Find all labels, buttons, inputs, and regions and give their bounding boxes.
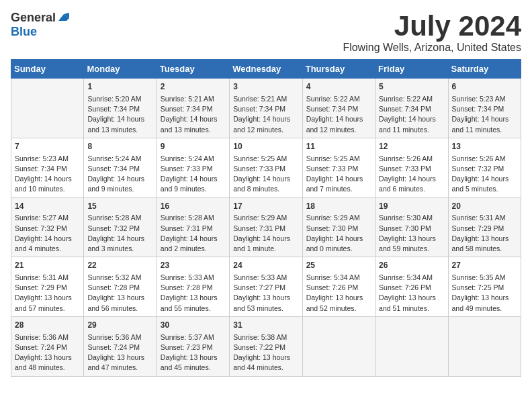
day-number: 24 [233,260,298,271]
day-number: 31 [233,320,298,331]
calendar-cell: 12Sunrise: 5:26 AM Sunset: 7:33 PM Dayli… [375,138,448,197]
day-number: 6 [452,81,517,93]
day-info: Sunrise: 5:20 AM Sunset: 7:34 PM Dayligh… [87,94,152,135]
day-header-friday: Friday [375,60,448,79]
month-title: July 2024 [343,11,521,42]
day-info: Sunrise: 5:37 AM Sunset: 7:23 PM Dayligh… [161,332,226,373]
calendar-cell: 26Sunrise: 5:34 AM Sunset: 7:26 PM Dayli… [375,257,448,317]
day-number: 1 [87,81,152,93]
calendar-cell: 3Sunrise: 5:21 AM Sunset: 7:34 PM Daylig… [230,79,302,138]
day-number: 21 [15,260,80,271]
calendar-cell: 31Sunrise: 5:38 AM Sunset: 7:22 PM Dayli… [230,316,302,376]
day-info: Sunrise: 5:34 AM Sunset: 7:26 PM Dayligh… [379,273,444,314]
calendar-cell: 19Sunrise: 5:30 AM Sunset: 7:30 PM Dayli… [375,197,448,257]
calendar-cell [302,316,375,376]
calendar-cell [11,79,84,138]
logo-blue-text: Blue [11,25,37,39]
calendar-cell: 11Sunrise: 5:25 AM Sunset: 7:33 PM Dayli… [302,138,375,197]
calendar-cell: 23Sunrise: 5:33 AM Sunset: 7:28 PM Dayli… [157,257,229,317]
day-info: Sunrise: 5:36 AM Sunset: 7:24 PM Dayligh… [87,332,152,373]
day-number: 22 [87,260,152,271]
day-number: 19 [379,201,444,212]
day-number: 25 [306,260,371,271]
day-header-sunday: Sunday [11,60,84,79]
calendar-week-row: 1Sunrise: 5:20 AM Sunset: 7:34 PM Daylig… [11,79,521,138]
day-header-wednesday: Wednesday [230,60,302,79]
calendar-cell: 16Sunrise: 5:28 AM Sunset: 7:31 PM Dayli… [157,197,229,257]
day-number: 12 [379,141,444,152]
header: General Blue July 2024 Flowing Wells, Ar… [11,11,521,54]
day-info: Sunrise: 5:25 AM Sunset: 7:33 PM Dayligh… [306,154,371,195]
day-header-saturday: Saturday [448,60,521,79]
calendar-cell: 10Sunrise: 5:25 AM Sunset: 7:33 PM Dayli… [230,138,302,197]
calendar-cell: 8Sunrise: 5:24 AM Sunset: 7:34 PM Daylig… [84,138,157,197]
day-number: 29 [87,320,152,331]
calendar-week-row: 7Sunrise: 5:23 AM Sunset: 7:34 PM Daylig… [11,138,521,197]
calendar-cell: 7Sunrise: 5:23 AM Sunset: 7:34 PM Daylig… [11,138,84,197]
day-number: 5 [379,81,444,93]
day-number: 23 [161,260,226,271]
day-info: Sunrise: 5:23 AM Sunset: 7:34 PM Dayligh… [452,94,517,135]
day-number: 11 [306,141,371,152]
calendar-cell: 18Sunrise: 5:29 AM Sunset: 7:30 PM Dayli… [302,197,375,257]
day-info: Sunrise: 5:29 AM Sunset: 7:31 PM Dayligh… [233,213,298,254]
calendar-week-row: 14Sunrise: 5:27 AM Sunset: 7:32 PM Dayli… [11,197,521,257]
day-number: 26 [379,260,444,271]
calendar-cell: 6Sunrise: 5:23 AM Sunset: 7:34 PM Daylig… [448,79,521,138]
calendar-cell: 27Sunrise: 5:35 AM Sunset: 7:25 PM Dayli… [448,257,521,317]
day-number: 28 [15,320,80,331]
day-number: 2 [161,81,226,93]
day-info: Sunrise: 5:23 AM Sunset: 7:34 PM Dayligh… [15,154,80,195]
day-number: 18 [306,201,371,212]
day-info: Sunrise: 5:27 AM Sunset: 7:32 PM Dayligh… [15,213,80,254]
day-number: 7 [15,141,80,152]
calendar-cell: 13Sunrise: 5:26 AM Sunset: 7:32 PM Dayli… [448,138,521,197]
calendar-cell: 4Sunrise: 5:22 AM Sunset: 7:34 PM Daylig… [302,79,375,138]
calendar-week-row: 28Sunrise: 5:36 AM Sunset: 7:24 PM Dayli… [11,316,521,376]
day-info: Sunrise: 5:28 AM Sunset: 7:31 PM Dayligh… [161,213,226,254]
day-info: Sunrise: 5:28 AM Sunset: 7:32 PM Dayligh… [87,213,152,254]
calendar-cell [375,316,448,376]
day-number: 27 [452,260,517,271]
calendar-cell: 20Sunrise: 5:31 AM Sunset: 7:29 PM Dayli… [448,197,521,257]
title-area: July 2024 Flowing Wells, Arizona, United… [343,11,521,54]
calendar-cell: 17Sunrise: 5:29 AM Sunset: 7:31 PM Dayli… [230,197,302,257]
calendar-cell: 9Sunrise: 5:24 AM Sunset: 7:33 PM Daylig… [157,138,229,197]
day-info: Sunrise: 5:22 AM Sunset: 7:34 PM Dayligh… [306,94,371,135]
day-info: Sunrise: 5:31 AM Sunset: 7:29 PM Dayligh… [15,273,80,314]
day-number: 10 [233,141,298,152]
day-number: 30 [161,320,226,331]
day-info: Sunrise: 5:26 AM Sunset: 7:32 PM Dayligh… [452,154,517,195]
day-info: Sunrise: 5:32 AM Sunset: 7:28 PM Dayligh… [87,273,152,314]
day-info: Sunrise: 5:30 AM Sunset: 7:30 PM Dayligh… [379,213,444,254]
calendar-cell: 30Sunrise: 5:37 AM Sunset: 7:23 PM Dayli… [157,316,229,376]
calendar-cell: 24Sunrise: 5:33 AM Sunset: 7:27 PM Dayli… [230,257,302,317]
calendar-cell: 29Sunrise: 5:36 AM Sunset: 7:24 PM Dayli… [84,316,157,376]
day-info: Sunrise: 5:21 AM Sunset: 7:34 PM Dayligh… [161,94,226,135]
day-info: Sunrise: 5:24 AM Sunset: 7:34 PM Dayligh… [87,154,152,195]
day-number: 17 [233,201,298,212]
day-number: 14 [15,201,80,212]
day-number: 9 [161,141,226,152]
day-info: Sunrise: 5:33 AM Sunset: 7:28 PM Dayligh… [161,273,226,314]
logo-bird-icon [57,11,69,24]
day-header-tuesday: Tuesday [157,60,229,79]
calendar-cell: 22Sunrise: 5:32 AM Sunset: 7:28 PM Dayli… [84,257,157,317]
day-info: Sunrise: 5:38 AM Sunset: 7:22 PM Dayligh… [233,332,298,373]
calendar-cell: 15Sunrise: 5:28 AM Sunset: 7:32 PM Dayli… [84,197,157,257]
day-info: Sunrise: 5:36 AM Sunset: 7:24 PM Dayligh… [15,332,80,373]
day-number: 16 [161,201,226,212]
day-info: Sunrise: 5:29 AM Sunset: 7:30 PM Dayligh… [306,213,371,254]
calendar-cell: 21Sunrise: 5:31 AM Sunset: 7:29 PM Dayli… [11,257,84,317]
logo: General Blue [11,11,69,39]
calendar-week-row: 21Sunrise: 5:31 AM Sunset: 7:29 PM Dayli… [11,257,521,317]
day-info: Sunrise: 5:21 AM Sunset: 7:34 PM Dayligh… [233,94,298,135]
day-info: Sunrise: 5:33 AM Sunset: 7:27 PM Dayligh… [233,273,298,314]
day-info: Sunrise: 5:31 AM Sunset: 7:29 PM Dayligh… [452,213,517,254]
day-info: Sunrise: 5:22 AM Sunset: 7:34 PM Dayligh… [379,94,444,135]
calendar-table: SundayMondayTuesdayWednesdayThursdayFrid… [11,59,521,376]
day-header-thursday: Thursday [302,60,375,79]
calendar-cell: 5Sunrise: 5:22 AM Sunset: 7:34 PM Daylig… [375,79,448,138]
day-number: 20 [452,201,517,212]
calendar-cell: 1Sunrise: 5:20 AM Sunset: 7:34 PM Daylig… [84,79,157,138]
